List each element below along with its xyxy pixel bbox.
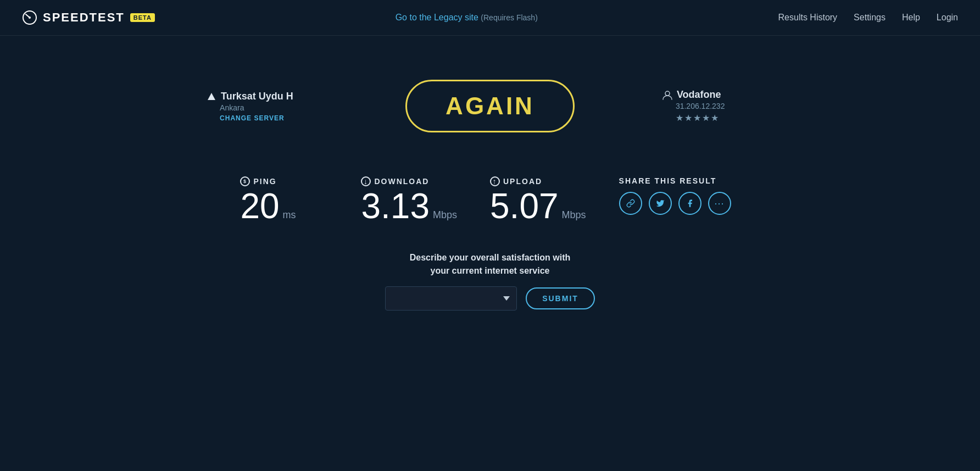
logo-area: SPEEDTEST BETA (22, 10, 155, 25)
upload-label: ↑ UPLOAD (490, 176, 542, 186)
share-more-button[interactable]: ··· (708, 192, 731, 215)
download-label: ↓ DOWNLOAD (361, 176, 429, 186)
share-label: SHARE THIS RESULT (619, 176, 717, 185)
download-unit: Mbps (433, 209, 457, 221)
link-icon (626, 199, 635, 208)
user-icon (662, 90, 672, 100)
share-twitter-button[interactable] (649, 192, 672, 215)
submit-button[interactable]: SUBMIT (526, 287, 595, 309)
download-value: 3.13 (361, 189, 430, 224)
provider-stars: ★★★★★ (676, 113, 720, 123)
twitter-icon (656, 199, 665, 208)
legacy-site-link[interactable]: Go to the Legacy site (Requires Flash) (396, 13, 538, 23)
share-facebook-button[interactable] (678, 192, 701, 215)
satisfaction-question: Describe your overall satisfaction with … (410, 251, 571, 278)
server-location: Ankara (220, 103, 244, 112)
upload-unit: Mbps (562, 209, 586, 221)
change-server-button[interactable]: CHANGE SERVER (220, 114, 284, 122)
upload-stat: ↑ UPLOAD 5.07 Mbps (490, 176, 586, 224)
settings-link[interactable]: Settings (854, 13, 886, 23)
ping-unit: ms (283, 209, 296, 221)
facebook-icon (686, 199, 694, 208)
results-history-link[interactable]: Results History (778, 13, 838, 23)
provider-ip: 31.206.12.232 (676, 102, 725, 110)
upload-value-row: 5.07 Mbps (490, 189, 586, 224)
svg-point-1 (29, 16, 31, 19)
ping-label: $ PING (240, 176, 276, 186)
ping-icon: $ (240, 176, 250, 186)
server-name-label: Turksat Uydu H (208, 91, 293, 102)
download-stat: ↓ DOWNLOAD 3.13 Mbps (361, 176, 457, 224)
satisfaction-section: Describe your overall satisfaction with … (385, 251, 595, 311)
provider-info: Vodafone 31.206.12.232 ★★★★★ (662, 89, 772, 123)
upload-value: 5.07 (490, 189, 559, 224)
ping-value: 20 (240, 189, 279, 224)
server-info: Turksat Uydu H Ankara CHANGE SERVER (208, 91, 318, 122)
more-dots-icon: ··· (715, 198, 725, 208)
share-icons: ··· (619, 192, 731, 215)
download-icon: ↓ (361, 176, 371, 186)
site-header: SPEEDTEST BETA Go to the Legacy site (Re… (0, 0, 980, 36)
satisfaction-select[interactable]: Very Satisfied Satisfied Neutral Dissati… (385, 286, 517, 311)
ping-value-row: 20 ms (240, 189, 296, 224)
satisfaction-form: Very Satisfied Satisfied Neutral Dissati… (385, 286, 595, 311)
main-nav: Results History Settings Help Login (778, 13, 958, 23)
provider-name-label: Vodafone (662, 89, 721, 101)
ping-stat: $ PING 20 ms (240, 176, 328, 224)
logo-text: SPEEDTEST (43, 10, 125, 25)
login-link[interactable]: Login (937, 13, 958, 23)
server-triangle-icon (208, 93, 215, 100)
speedtest-logo-icon (22, 10, 37, 25)
upload-icon: ↑ (490, 176, 500, 186)
share-block: SHARE THIS RESULT (619, 176, 740, 215)
requires-flash-label: (Requires Flash) (481, 13, 537, 22)
download-value-row: 3.13 Mbps (361, 189, 457, 224)
stats-row: $ PING 20 ms ↓ DOWNLOAD 3.13 Mbps ↑ UPLO (207, 176, 772, 224)
help-link[interactable]: Help (902, 13, 920, 23)
beta-badge: BETA (130, 13, 155, 22)
share-link-button[interactable] (619, 192, 642, 215)
main-content: Turksat Uydu H Ankara CHANGE SERVER AGAI… (0, 36, 980, 311)
again-button[interactable]: AGAIN (405, 80, 575, 132)
svg-point-2 (665, 91, 670, 96)
server-provider-row: Turksat Uydu H Ankara CHANGE SERVER AGAI… (0, 80, 980, 132)
